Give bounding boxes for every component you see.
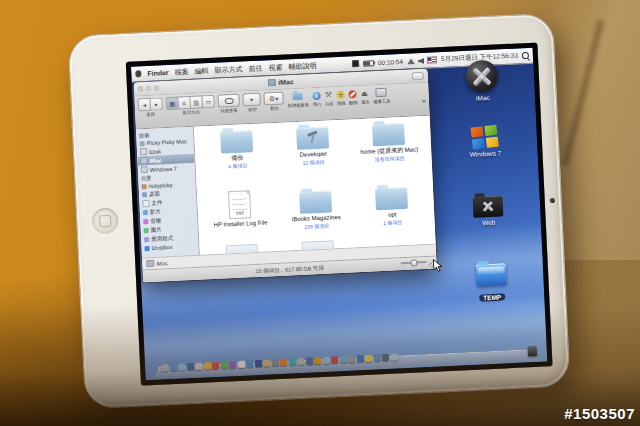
osx-logo-icon [465,59,498,92]
volume-icon[interactable] [418,57,424,63]
menu-go[interactable]: 前往 [248,63,262,74]
burn-button[interactable]: ☢ [336,89,345,100]
home-icon [142,184,147,189]
coverflow-view-button[interactable]: ▭ [202,95,215,109]
action-menu-button[interactable]: ⚙▾ [263,92,284,106]
eject-button[interactable]: ⏏ [361,88,368,99]
new-folder-group: 新增檔案夾 [286,90,309,108]
forward-button[interactable]: ▸ [150,97,163,111]
watermark: #1503507 [564,405,635,422]
photo-background: Finder 檔案 編輯 顯示方式 前往 視窗 輔助說明 00:10:54 5月 [0,0,640,426]
info-group: i 簡介 [312,90,322,107]
back-button[interactable]: ◂ [137,98,151,112]
disk-icon [140,157,147,164]
action-group: ⚙▾ 動作 [263,92,284,112]
menu-file[interactable]: 檔案 [174,66,188,77]
new-folder-button[interactable] [289,90,307,102]
menu-help[interactable]: 輔助說明 [288,60,316,71]
desktop-icon-windows7[interactable]: Windows 7 [452,125,517,159]
folder-item[interactable]: iBooks Magazines 239 個項目 [277,189,355,230]
spotlight-search-icon[interactable] [522,52,529,59]
sidebar-item-dropbox[interactable]: Dropbox [141,242,198,253]
input-language-flag-icon[interactable] [427,56,437,63]
gear-icon: ⚙ [269,95,276,102]
customize-group: ⚒ 自定 [324,89,334,106]
path-group: ▾ 路徑 [242,93,261,113]
desktop-icon-imac[interactable]: iMac [449,59,515,103]
quicklook-group: 快速查看 [217,94,240,114]
apple-menu-icon[interactable] [135,70,141,77]
info-icon: i [312,91,320,99]
documents-icon [142,200,149,207]
pictures-icon [144,228,149,233]
path-menu-button[interactable]: ▾ [242,93,261,107]
music-icon [143,219,148,224]
folder-icon [220,130,253,153]
desktop-icon-temp[interactable]: TEMP [459,262,525,305]
hammer-icon [305,131,320,144]
folder-item[interactable]: Developer 12 個項目 [274,125,352,166]
finder-content-area: 備份 4 個項目 Developer 12 個項目 home (從原來的 Mac… [194,116,436,255]
menu-window[interactable]: 視窗 [268,62,282,73]
customize-button[interactable]: ⚒ [325,89,333,100]
path-bar-item[interactable]: iMac [156,260,168,267]
windows-logo-icon [471,125,499,150]
menu-extra-icon[interactable] [352,60,359,67]
desktop-icon-web[interactable]: Web [456,195,521,228]
delete-button[interactable] [348,88,357,99]
folder-icon [372,123,405,146]
quicklook-button[interactable] [217,94,240,108]
txt-document-icon: TXT [228,190,251,219]
toolbar-toggle-button[interactable] [412,72,424,81]
battery-time[interactable]: 00:10:54 [378,58,404,66]
folder-item[interactable]: home (從原來的 Mac) 沒有任何項目 [350,122,428,163]
toolbar-overflow-chevron[interactable]: » [422,96,426,103]
computer-icon [139,141,144,146]
mouse-cursor [432,258,443,276]
dropbox-icon [144,246,149,251]
folder-icon [299,190,332,213]
folder-item[interactable]: opt 1 個項目 [353,186,431,227]
idisk-icon [140,148,147,155]
blue-folder-icon [476,263,507,286]
computer-icon [268,79,276,86]
slider-knob[interactable] [410,259,417,266]
computer-icon [146,260,154,267]
delete-group: 刪除 [348,88,358,105]
menu-app-name[interactable]: Finder [147,69,169,77]
column-view-button[interactable]: ▥ [190,95,203,109]
menu-view[interactable]: 顯示方式 [214,64,242,75]
battery-icon[interactable] [363,60,374,67]
status-text: 15 個項目，617.86 GB 可用 [255,264,324,274]
get-info-button[interactable]: i [312,90,321,101]
disk-utility-button[interactable] [375,87,387,99]
home-button[interactable] [92,207,119,234]
leather-shadow [0,306,640,426]
applications-icon [144,237,149,242]
home-button-glyph [99,215,112,228]
eye-icon [224,97,233,103]
folder-icon [375,187,408,210]
disk-utility-group: 磁碟工具 [372,87,391,105]
airport-wifi-icon[interactable] [407,58,415,64]
tools-icon: ⚒ [325,90,333,99]
folder-item[interactable]: 備份 4 個項目 [198,129,276,170]
movies-icon [143,210,148,215]
menu-edit[interactable]: 編輯 [194,66,208,77]
desktop-icon [142,192,147,197]
icon-view-button[interactable]: ▦ [165,96,179,110]
burn-group: ☢ 燒錄 [336,89,346,106]
list-view-button[interactable]: ≡ [178,96,191,110]
view-switcher-group: ▦ ≡ ▥ ▭ 顯示方式 [165,95,215,116]
eject-group: ⏏ 退出 [360,88,370,105]
black-folder-icon [472,195,503,217]
blue-folder-icon [293,93,303,100]
disk-icon [141,166,148,173]
disk-icon [375,88,386,98]
back-forward-group: ◂▸ 返回 [137,97,163,117]
icon-size-slider[interactable] [401,261,427,264]
file-item[interactable]: TXT HP Installer Log File [201,189,279,230]
prohibited-icon [348,90,356,98]
eject-icon: ⏏ [361,89,368,97]
front-camera [550,198,555,203]
